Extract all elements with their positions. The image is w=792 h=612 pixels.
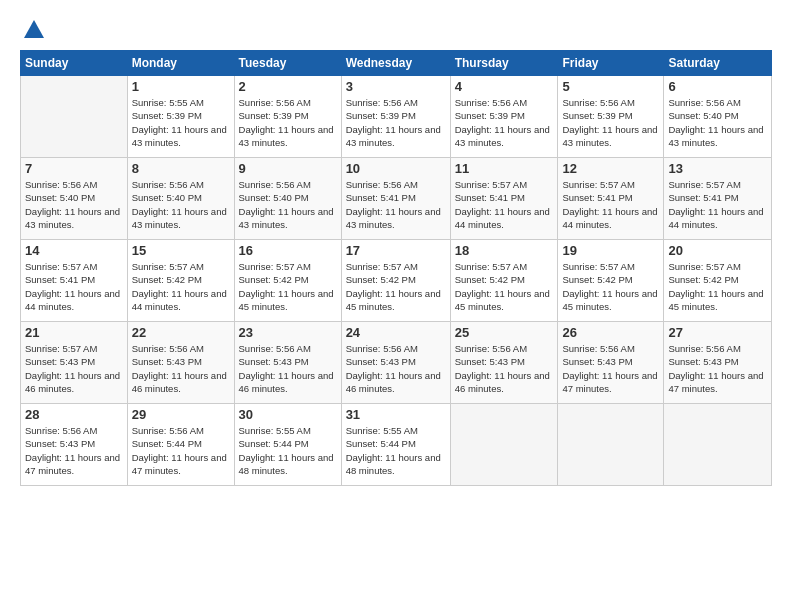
day-info: Sunrise: 5:56 AMSunset: 5:39 PMDaylight:… (562, 96, 659, 149)
day-number: 11 (455, 161, 554, 176)
day-cell: 21Sunrise: 5:57 AMSunset: 5:43 PMDayligh… (21, 322, 128, 404)
day-number: 7 (25, 161, 123, 176)
day-cell: 8Sunrise: 5:56 AMSunset: 5:40 PMDaylight… (127, 158, 234, 240)
day-number: 24 (346, 325, 446, 340)
day-info: Sunrise: 5:56 AMSunset: 5:39 PMDaylight:… (239, 96, 337, 149)
day-info: Sunrise: 5:55 AMSunset: 5:44 PMDaylight:… (346, 424, 446, 477)
day-cell: 4Sunrise: 5:56 AMSunset: 5:39 PMDaylight… (450, 76, 558, 158)
day-info: Sunrise: 5:55 AMSunset: 5:44 PMDaylight:… (239, 424, 337, 477)
calendar-table: SundayMondayTuesdayWednesdayThursdayFrid… (20, 50, 772, 486)
day-number: 28 (25, 407, 123, 422)
day-number: 6 (668, 79, 767, 94)
day-cell (558, 404, 664, 486)
day-number: 8 (132, 161, 230, 176)
day-number: 22 (132, 325, 230, 340)
day-number: 9 (239, 161, 337, 176)
day-number: 21 (25, 325, 123, 340)
day-info: Sunrise: 5:56 AMSunset: 5:43 PMDaylight:… (346, 342, 446, 395)
day-cell: 24Sunrise: 5:56 AMSunset: 5:43 PMDayligh… (341, 322, 450, 404)
week-row-4: 21Sunrise: 5:57 AMSunset: 5:43 PMDayligh… (21, 322, 772, 404)
day-number: 29 (132, 407, 230, 422)
day-cell: 1Sunrise: 5:55 AMSunset: 5:39 PMDaylight… (127, 76, 234, 158)
day-number: 13 (668, 161, 767, 176)
day-info: Sunrise: 5:57 AMSunset: 5:42 PMDaylight:… (132, 260, 230, 313)
day-number: 4 (455, 79, 554, 94)
column-header-saturday: Saturday (664, 51, 772, 76)
day-info: Sunrise: 5:57 AMSunset: 5:42 PMDaylight:… (455, 260, 554, 313)
day-number: 5 (562, 79, 659, 94)
calendar-page: SundayMondayTuesdayWednesdayThursdayFrid… (0, 0, 792, 612)
day-info: Sunrise: 5:56 AMSunset: 5:44 PMDaylight:… (132, 424, 230, 477)
day-info: Sunrise: 5:57 AMSunset: 5:42 PMDaylight:… (668, 260, 767, 313)
day-info: Sunrise: 5:56 AMSunset: 5:43 PMDaylight:… (668, 342, 767, 395)
day-cell: 15Sunrise: 5:57 AMSunset: 5:42 PMDayligh… (127, 240, 234, 322)
day-number: 25 (455, 325, 554, 340)
day-cell: 28Sunrise: 5:56 AMSunset: 5:43 PMDayligh… (21, 404, 128, 486)
day-cell: 19Sunrise: 5:57 AMSunset: 5:42 PMDayligh… (558, 240, 664, 322)
logo-icon (22, 18, 46, 42)
day-cell: 11Sunrise: 5:57 AMSunset: 5:41 PMDayligh… (450, 158, 558, 240)
day-cell: 26Sunrise: 5:56 AMSunset: 5:43 PMDayligh… (558, 322, 664, 404)
day-cell: 29Sunrise: 5:56 AMSunset: 5:44 PMDayligh… (127, 404, 234, 486)
day-cell: 31Sunrise: 5:55 AMSunset: 5:44 PMDayligh… (341, 404, 450, 486)
day-info: Sunrise: 5:56 AMSunset: 5:39 PMDaylight:… (346, 96, 446, 149)
day-cell: 16Sunrise: 5:57 AMSunset: 5:42 PMDayligh… (234, 240, 341, 322)
day-cell: 9Sunrise: 5:56 AMSunset: 5:40 PMDaylight… (234, 158, 341, 240)
day-cell (664, 404, 772, 486)
day-info: Sunrise: 5:57 AMSunset: 5:42 PMDaylight:… (346, 260, 446, 313)
day-info: Sunrise: 5:55 AMSunset: 5:39 PMDaylight:… (132, 96, 230, 149)
day-number: 31 (346, 407, 446, 422)
day-number: 3 (346, 79, 446, 94)
column-header-friday: Friday (558, 51, 664, 76)
week-row-2: 7Sunrise: 5:56 AMSunset: 5:40 PMDaylight… (21, 158, 772, 240)
header (20, 18, 772, 42)
day-cell: 5Sunrise: 5:56 AMSunset: 5:39 PMDaylight… (558, 76, 664, 158)
day-info: Sunrise: 5:56 AMSunset: 5:40 PMDaylight:… (25, 178, 123, 231)
day-number: 26 (562, 325, 659, 340)
column-header-tuesday: Tuesday (234, 51, 341, 76)
day-cell: 13Sunrise: 5:57 AMSunset: 5:41 PMDayligh… (664, 158, 772, 240)
day-number: 2 (239, 79, 337, 94)
day-info: Sunrise: 5:57 AMSunset: 5:41 PMDaylight:… (668, 178, 767, 231)
day-info: Sunrise: 5:57 AMSunset: 5:43 PMDaylight:… (25, 342, 123, 395)
column-header-sunday: Sunday (21, 51, 128, 76)
day-cell: 7Sunrise: 5:56 AMSunset: 5:40 PMDaylight… (21, 158, 128, 240)
day-number: 16 (239, 243, 337, 258)
day-info: Sunrise: 5:57 AMSunset: 5:42 PMDaylight:… (562, 260, 659, 313)
day-info: Sunrise: 5:56 AMSunset: 5:39 PMDaylight:… (455, 96, 554, 149)
day-number: 23 (239, 325, 337, 340)
svg-marker-0 (24, 20, 44, 38)
day-info: Sunrise: 5:56 AMSunset: 5:43 PMDaylight:… (239, 342, 337, 395)
day-info: Sunrise: 5:56 AMSunset: 5:40 PMDaylight:… (239, 178, 337, 231)
day-info: Sunrise: 5:57 AMSunset: 5:41 PMDaylight:… (25, 260, 123, 313)
day-info: Sunrise: 5:57 AMSunset: 5:42 PMDaylight:… (239, 260, 337, 313)
day-info: Sunrise: 5:56 AMSunset: 5:41 PMDaylight:… (346, 178, 446, 231)
day-number: 18 (455, 243, 554, 258)
day-cell: 6Sunrise: 5:56 AMSunset: 5:40 PMDaylight… (664, 76, 772, 158)
day-cell: 23Sunrise: 5:56 AMSunset: 5:43 PMDayligh… (234, 322, 341, 404)
day-number: 10 (346, 161, 446, 176)
day-cell: 30Sunrise: 5:55 AMSunset: 5:44 PMDayligh… (234, 404, 341, 486)
day-cell: 27Sunrise: 5:56 AMSunset: 5:43 PMDayligh… (664, 322, 772, 404)
day-info: Sunrise: 5:56 AMSunset: 5:43 PMDaylight:… (132, 342, 230, 395)
day-cell: 18Sunrise: 5:57 AMSunset: 5:42 PMDayligh… (450, 240, 558, 322)
day-info: Sunrise: 5:57 AMSunset: 5:41 PMDaylight:… (562, 178, 659, 231)
day-info: Sunrise: 5:56 AMSunset: 5:43 PMDaylight:… (562, 342, 659, 395)
logo (20, 18, 46, 42)
day-number: 27 (668, 325, 767, 340)
day-info: Sunrise: 5:56 AMSunset: 5:40 PMDaylight:… (132, 178, 230, 231)
day-info: Sunrise: 5:57 AMSunset: 5:41 PMDaylight:… (455, 178, 554, 231)
day-number: 14 (25, 243, 123, 258)
day-cell (450, 404, 558, 486)
day-cell: 10Sunrise: 5:56 AMSunset: 5:41 PMDayligh… (341, 158, 450, 240)
day-number: 15 (132, 243, 230, 258)
day-number: 19 (562, 243, 659, 258)
day-cell: 12Sunrise: 5:57 AMSunset: 5:41 PMDayligh… (558, 158, 664, 240)
week-row-3: 14Sunrise: 5:57 AMSunset: 5:41 PMDayligh… (21, 240, 772, 322)
day-cell: 17Sunrise: 5:57 AMSunset: 5:42 PMDayligh… (341, 240, 450, 322)
day-cell: 20Sunrise: 5:57 AMSunset: 5:42 PMDayligh… (664, 240, 772, 322)
day-number: 30 (239, 407, 337, 422)
day-number: 17 (346, 243, 446, 258)
day-info: Sunrise: 5:56 AMSunset: 5:40 PMDaylight:… (668, 96, 767, 149)
day-number: 12 (562, 161, 659, 176)
